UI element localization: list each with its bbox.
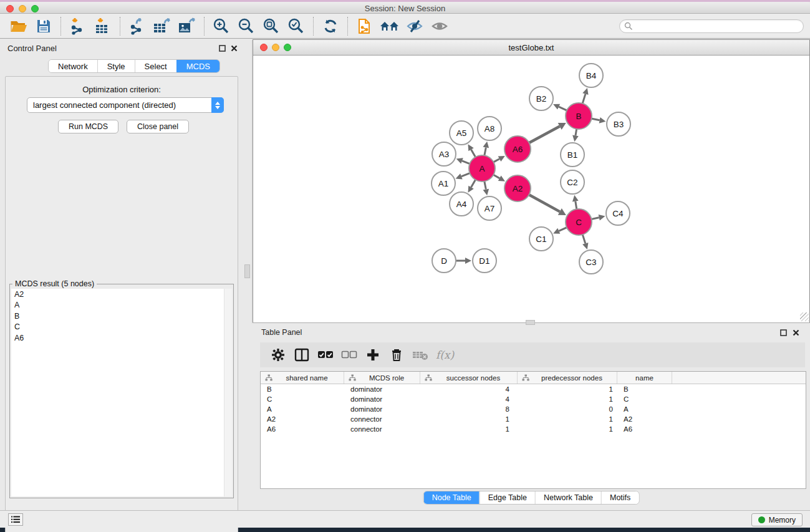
table-row[interactable]: A6connector11A6: [261, 424, 806, 434]
mcds-result-scrollbar[interactable]: [224, 289, 232, 496]
show-columns-icon[interactable]: [290, 344, 314, 366]
function-builder-icon[interactable]: f(x): [436, 349, 454, 361]
network-window-titlebar[interactable]: testGlobe.txt: [253, 40, 809, 56]
add-column-icon[interactable]: [361, 344, 385, 366]
cell-mcds-role: connector: [344, 414, 420, 424]
cell-shared-name: A6: [261, 424, 344, 434]
delete-table-icon[interactable]: [408, 344, 432, 366]
column-header-successor-nodes[interactable]: successor nodes: [420, 372, 518, 384]
import-network-icon[interactable]: [65, 15, 90, 37]
column-header-name[interactable]: name: [617, 372, 672, 384]
tab-network-table[interactable]: Network Table: [535, 491, 601, 504]
export-image-icon[interactable]: [175, 15, 200, 37]
memory-button[interactable]: Memory: [751, 513, 803, 526]
export-network-icon[interactable]: [125, 15, 150, 37]
table-row[interactable]: Adominator80A: [261, 404, 806, 414]
task-history-button[interactable]: [8, 513, 23, 526]
close-panel-button[interactable]: Close panel: [127, 120, 189, 133]
mcds-result-item[interactable]: C: [11, 322, 224, 333]
resize-grip-icon[interactable]: [800, 312, 809, 321]
table-row[interactable]: Cdominator41C: [261, 394, 806, 404]
new-network-from-selection-icon[interactable]: [352, 15, 377, 37]
select-all-checkboxes-icon[interactable]: [314, 344, 337, 366]
cell-filler: [672, 414, 806, 424]
node-label: B2: [536, 94, 547, 104]
tab-select[interactable]: Select: [135, 60, 176, 72]
toolbar-separator: [60, 17, 61, 36]
zoom-in-icon[interactable]: [209, 15, 234, 37]
tab-network[interactable]: Network: [49, 60, 97, 72]
mcds-result-list[interactable]: A2ABCA6: [11, 289, 224, 496]
search-input[interactable]: [633, 21, 803, 32]
first-neighbors-icon[interactable]: [377, 15, 402, 37]
network-window-title: testGlobe.txt: [253, 43, 809, 52]
cell-predecessor-nodes: 1: [518, 394, 617, 404]
control-panel-title: Control Panel: [7, 44, 57, 53]
cell-mcds-role: dominator: [344, 384, 420, 394]
node-label: B1: [567, 150, 578, 160]
mcds-result-item[interactable]: B: [11, 311, 224, 322]
node-label: A8: [485, 124, 495, 133]
mcds-result-item[interactable]: A: [11, 300, 224, 311]
unselect-all-checkboxes-icon[interactable]: [337, 344, 361, 366]
close-panel-icon[interactable]: [230, 44, 238, 52]
cell-predecessor-nodes: 0: [518, 404, 617, 414]
table-row[interactable]: A2connector11A2: [261, 414, 806, 424]
column-header-mcds-role[interactable]: MCDS role: [344, 372, 420, 384]
column-header-filler: [672, 372, 806, 384]
mcds-result-item[interactable]: A6: [11, 332, 224, 344]
run-mcds-button[interactable]: Run MCDS: [58, 120, 118, 133]
mcds-result-item[interactable]: A2: [11, 289, 224, 300]
zoom-out-icon[interactable]: [234, 15, 259, 37]
save-session-icon[interactable]: [31, 15, 56, 37]
window-titlebar: Session: New Session: [0, 2, 810, 14]
criterion-dropdown[interactable]: largest connected component (directed): [27, 97, 224, 113]
network-canvas[interactable]: B4B2BB3A8A5A6A3B1AC2A1A2A4A7C4CC1DD1C3: [253, 56, 809, 322]
column-header-predecessor-nodes[interactable]: predecessor nodes: [518, 372, 617, 384]
table-row[interactable]: Bdominator41B: [261, 384, 806, 394]
delete-column-icon[interactable]: [385, 344, 408, 366]
search-field[interactable]: [619, 19, 804, 33]
tab-style[interactable]: Style: [97, 60, 135, 72]
hide-selected-icon[interactable]: [402, 15, 427, 37]
network-graph: B4B2BB3A8A5A6A3B1AC2A1A2A4A7C4CC1DD1C3: [253, 56, 809, 322]
edge-A6-B[interactable]: [528, 126, 560, 143]
tab-node-table[interactable]: Node Table: [424, 491, 480, 504]
zoom-fit-icon[interactable]: [259, 15, 284, 37]
edge-arrowhead-icon: [599, 117, 606, 123]
main-toolbar: [0, 14, 810, 39]
cell-mcds-role: connector: [344, 424, 420, 434]
zoom-selected-icon[interactable]: [284, 15, 309, 37]
export-table-icon[interactable]: [150, 15, 175, 37]
tab-mcds[interactable]: MCDS: [176, 60, 219, 72]
cell-name: A6: [617, 424, 672, 434]
cell-predecessor-nodes: 1: [518, 414, 617, 424]
toolbar-separator: [313, 17, 314, 36]
open-file-icon[interactable]: [6, 15, 31, 37]
refresh-icon[interactable]: [318, 15, 343, 37]
shared-column-icon: [522, 374, 529, 381]
horizontal-splitter-handle[interactable]: [526, 320, 535, 325]
cell-shared-name: A: [261, 404, 344, 414]
float-panel-icon[interactable]: [218, 44, 226, 52]
table-toolbar: f(x): [260, 342, 805, 367]
tab-motifs[interactable]: Motifs: [601, 491, 639, 504]
mcds-tab-content: Optimization criterion: largest connecte…: [5, 76, 238, 532]
node-label: C1: [536, 235, 546, 244]
toolbar-separator: [120, 17, 120, 36]
node-label: B: [576, 112, 581, 121]
table-close-icon[interactable]: [792, 329, 800, 337]
table-options-gear-icon[interactable]: [266, 344, 290, 366]
import-table-icon[interactable]: [90, 15, 115, 37]
tab-edge-table[interactable]: Edge Table: [480, 491, 535, 504]
table-float-icon[interactable]: [779, 329, 788, 337]
shared-column-icon: [265, 374, 272, 381]
status-bar: Memory: [0, 510, 810, 528]
node-label: C: [576, 218, 582, 227]
edge-A2-C[interactable]: [528, 194, 560, 211]
show-all-icon[interactable]: [427, 15, 452, 37]
criterion-dropdown-value: largest connected component (directed): [27, 100, 211, 110]
vertical-splitter-handle[interactable]: [244, 264, 250, 278]
node-label: A3: [439, 150, 450, 159]
column-header-shared-name[interactable]: shared name: [261, 372, 344, 384]
